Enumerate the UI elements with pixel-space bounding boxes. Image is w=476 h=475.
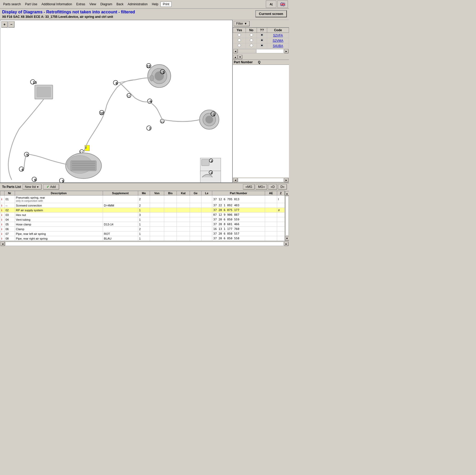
filter-no-0[interactable] <box>246 33 257 38</box>
table-wrapper: Nr Description Supplement Me Von Bis Kat… <box>0 191 289 241</box>
row-ae <box>265 208 277 213</box>
zoom-in-button[interactable]: + <box>1 21 8 28</box>
row-nr: 06 <box>4 227 15 231</box>
row-part-number: 37 20 6 875 177 <box>212 208 265 213</box>
table-row[interactable]: i05Hose clampD13-14137 20 8 601 466 <box>0 222 285 227</box>
menu-view[interactable]: View <box>87 2 98 7</box>
table-row[interactable]: i02RP air supply system137 20 6 875 177# <box>0 208 285 213</box>
row-kat <box>177 231 190 236</box>
bottom-scroll-left[interactable]: ◄ <box>1 242 5 246</box>
row-ge <box>190 196 201 203</box>
menu-part-use[interactable]: Part Use <box>23 2 39 7</box>
filter-col-code: Code <box>267 28 289 33</box>
row-bis <box>164 217 177 222</box>
row-icon[interactable]: i <box>0 203 4 208</box>
menu-additional-info[interactable]: Additional Information <box>39 2 74 7</box>
flag-right-btn[interactable]: 🇬🇧 <box>277 1 288 8</box>
row-nr: 08 <box>4 236 15 241</box>
row-kat <box>177 236 190 241</box>
filter-no-1[interactable] <box>246 38 257 43</box>
table-scroll-up[interactable]: ▲ <box>285 191 289 196</box>
table-row[interactable]: i06Clamp216 13 1 177 760 <box>0 227 285 231</box>
nav-d-next[interactable]: D» <box>278 184 287 189</box>
row-icon[interactable]: i <box>0 227 4 231</box>
filter-code-1[interactable]: S2VMA <box>267 38 289 43</box>
filter-button[interactable]: Filter ▼ <box>234 21 250 26</box>
row-ge <box>190 222 201 227</box>
row-icon[interactable]: i <box>0 196 4 203</box>
menu-print[interactable]: Print <box>161 2 172 7</box>
row-icon[interactable]: i <box>0 236 4 241</box>
nav-mg-next[interactable]: MG» <box>256 184 267 189</box>
row-le <box>201 203 212 208</box>
table-row[interactable]: i03Hex nut307 12 9 906 887 <box>0 213 285 217</box>
add-button[interactable]: ✓ Add <box>43 184 59 189</box>
row-ae <box>265 217 277 222</box>
scroll-right[interactable]: ► <box>284 49 288 53</box>
svg-point-19 <box>150 75 154 81</box>
bottom-scroll-right[interactable]: ► <box>284 242 288 246</box>
row-von <box>150 236 164 241</box>
row-le <box>201 227 212 231</box>
row-ge <box>190 236 201 241</box>
table-row[interactable]: i08Pipe, rear right air springBLAU137 20… <box>0 236 285 241</box>
current-screen-button[interactable]: Current screen <box>255 10 287 17</box>
scroll-down[interactable]: ▼ <box>238 55 242 59</box>
filter-no-2[interactable] <box>246 43 257 49</box>
filter-rows: S2VFAS2VMAS4UBA <box>233 33 289 49</box>
row-icon[interactable]: i <box>0 213 4 217</box>
table-row[interactable]: i07Pipe, rear left air springROT137 20 6… <box>0 231 285 236</box>
scroll-left[interactable]: ◄ <box>233 49 237 53</box>
th-kat: Kat <box>177 191 190 196</box>
row-nr: 07 <box>4 231 15 236</box>
filter-code-0[interactable]: S2VFA <box>267 33 289 38</box>
row-supplement: ROT <box>103 231 138 236</box>
row-supplement <box>103 227 138 231</box>
filter-yes-2[interactable] <box>233 43 246 49</box>
part-scroll-left[interactable]: ◄ <box>233 178 237 182</box>
row-icon[interactable]: i <box>0 231 4 236</box>
table-row[interactable]: i--Screwed connectionD=4MM237 22 1 092 4… <box>0 203 285 208</box>
filter-yes-0[interactable] <box>233 33 246 38</box>
menu-help[interactable]: Help <box>150 2 161 7</box>
th-me: Me <box>138 191 150 196</box>
filter-qq-2[interactable] <box>257 43 267 49</box>
zoom-out-button[interactable]: − <box>8 21 14 28</box>
th-bis: Bis <box>164 191 177 196</box>
flag-left-btn[interactable]: A| <box>266 1 276 8</box>
filter-code-2[interactable]: S4UBA <box>267 43 289 49</box>
filter-row-1: S2VMA <box>233 38 289 43</box>
table-row[interactable]: i01Pneumatic spring, rearonly in conjunc… <box>0 196 285 203</box>
row-le <box>201 213 212 217</box>
menu-back[interactable]: Back <box>114 2 126 7</box>
menu-diagram[interactable]: Diagram <box>98 2 114 7</box>
menu-administration[interactable]: Administration <box>126 2 150 7</box>
checkmark-icon: ✓ <box>46 185 49 189</box>
part-scroll-right[interactable]: ► <box>284 178 288 182</box>
row-icon[interactable]: i <box>0 217 4 222</box>
row-bis <box>164 213 177 217</box>
row-le <box>201 236 212 241</box>
row-bis <box>164 196 177 203</box>
menu-parts-search[interactable]: Parts search <box>1 2 23 7</box>
nav-mg-prev[interactable]: «MG <box>243 184 255 189</box>
menu-extras[interactable]: Extras <box>74 2 87 7</box>
filter-row-0: S2VFA <box>233 33 289 38</box>
row-von <box>150 203 164 208</box>
table-scroll-down[interactable]: ▼ <box>285 236 289 240</box>
row-von <box>150 227 164 231</box>
table-row[interactable]: i04Vent tubing137 20 6 850 559 <box>0 217 285 222</box>
nav-d-prev[interactable]: «D <box>268 184 277 189</box>
new-list-button[interactable]: New list ▼ <box>23 184 42 189</box>
row-von <box>150 196 164 203</box>
filter-qq-1[interactable] <box>257 38 267 43</box>
diagram-container: 1 1 13 8 12 <box>0 29 232 182</box>
scroll-up[interactable]: ▲ <box>233 55 237 59</box>
right-panel: Filter ▼ Yes No ?? Code S2VFAS2VMAS4UBA … <box>232 20 289 183</box>
row-icon[interactable]: i <box>0 222 4 227</box>
row-bis <box>164 208 177 213</box>
row-icon[interactable]: i <box>0 208 4 213</box>
filter-qq-0[interactable] <box>257 33 267 38</box>
row-z <box>277 227 284 231</box>
filter-yes-1[interactable] <box>233 38 246 43</box>
